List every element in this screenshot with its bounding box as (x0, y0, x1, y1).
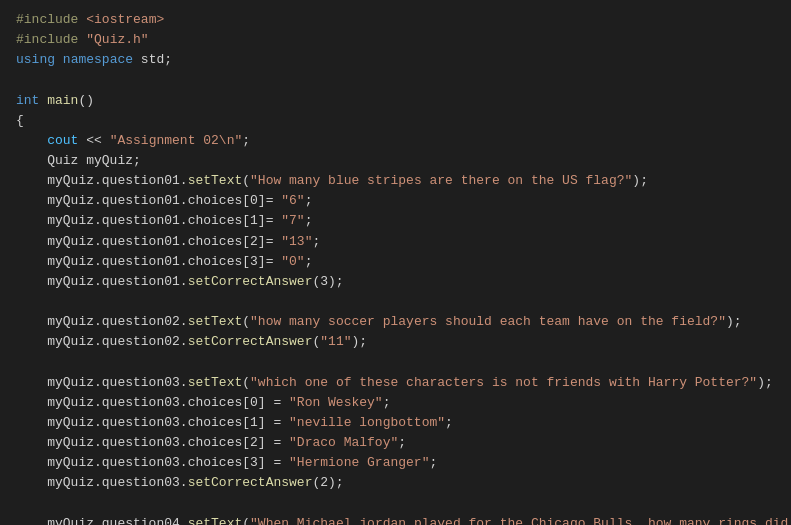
code-token: "How many blue stripes are there on the … (250, 173, 632, 188)
code-token: ; (242, 133, 250, 148)
code-token: myQuiz.question03.choices[2] = (16, 435, 289, 450)
code-line: myQuiz.question01.choices[2]= "13"; (16, 232, 775, 252)
code-token: main (47, 93, 78, 108)
code-token: int (16, 93, 39, 108)
code-token: ; (305, 254, 313, 269)
code-token: setText (188, 314, 243, 329)
code-line: myQuiz.question01.setCorrectAnswer(3); (16, 272, 775, 292)
code-token: setCorrectAnswer (188, 334, 313, 349)
code-token: ( (242, 314, 250, 329)
code-token: ( (242, 173, 250, 188)
code-token: ); (352, 334, 368, 349)
code-token: setText (188, 375, 243, 390)
code-line (16, 70, 775, 90)
code-token: "0" (281, 254, 304, 269)
code-token: Quiz myQuiz; (16, 153, 141, 168)
code-token: << (78, 133, 109, 148)
code-token: ; (383, 395, 391, 410)
code-token: myQuiz.question03. (16, 375, 188, 390)
code-token: "Assignment 02\n" (110, 133, 243, 148)
code-token: namespace (63, 52, 133, 67)
code-token: () (78, 93, 94, 108)
code-token: using (16, 52, 55, 67)
code-line (16, 352, 775, 372)
code-token: myQuiz.question01.choices[1]= (16, 213, 281, 228)
code-token: "which one of these characters is not fr… (250, 375, 757, 390)
code-token: ; (305, 213, 313, 228)
code-token: setCorrectAnswer (188, 475, 313, 490)
code-token: "Draco Malfoy" (289, 435, 398, 450)
code-token: (3); (312, 274, 343, 289)
code-line: myQuiz.question01.choices[3]= "0"; (16, 252, 775, 272)
code-line: using namespace std; (16, 50, 775, 70)
code-token: myQuiz.question04. (16, 516, 188, 525)
code-token: ); (757, 375, 773, 390)
code-token: ; (398, 435, 406, 450)
code-token: "7" (281, 213, 304, 228)
code-token: ; (445, 415, 453, 430)
code-token: myQuiz.question03.choices[3] = (16, 455, 289, 470)
code-token: cout (47, 133, 78, 148)
code-line: #include <iostream> (16, 10, 775, 30)
code-token: myQuiz.question03.choices[1] = (16, 415, 289, 430)
code-line: int main() (16, 91, 775, 111)
code-token: ; (305, 193, 313, 208)
code-token: { (16, 113, 24, 128)
code-token: "how many soccer players should each tea… (250, 314, 726, 329)
code-line (16, 292, 775, 312)
code-line (16, 493, 775, 513)
code-token: ; (312, 234, 320, 249)
code-token (55, 52, 63, 67)
code-token: "Ron Weskey" (289, 395, 383, 410)
code-token: "6" (281, 193, 304, 208)
code-token: #include (16, 32, 78, 47)
code-token: myQuiz.question01.choices[3]= (16, 254, 281, 269)
code-token: myQuiz.question01. (16, 274, 188, 289)
code-line: myQuiz.question02.setCorrectAnswer("11")… (16, 332, 775, 352)
code-line: myQuiz.question03.choices[2] = "Draco Ma… (16, 433, 775, 453)
code-line: myQuiz.question04.setText("When Michael … (16, 514, 775, 525)
code-token: (2); (312, 475, 343, 490)
code-line: myQuiz.question01.choices[1]= "7"; (16, 211, 775, 231)
code-line: myQuiz.question03.choices[3] = "Hermione… (16, 453, 775, 473)
code-token: myQuiz.question03. (16, 475, 188, 490)
code-line: myQuiz.question01.setText("How many blue… (16, 171, 775, 191)
code-token: myQuiz.question02. (16, 314, 188, 329)
code-line: myQuiz.question03.setText("which one of … (16, 373, 775, 393)
code-token: setText (188, 516, 243, 525)
code-line: Quiz myQuiz; (16, 151, 775, 171)
code-token: ( (242, 375, 250, 390)
code-token: "13" (281, 234, 312, 249)
code-token: <iostream> (86, 12, 164, 27)
code-line: cout << "Assignment 02\n"; (16, 131, 775, 151)
code-line: myQuiz.question02.setText("how many socc… (16, 312, 775, 332)
code-token: #include (16, 12, 78, 27)
code-token: "11" (320, 334, 351, 349)
code-line: { (16, 111, 775, 131)
code-token: ); (632, 173, 648, 188)
code-line: myQuiz.question03.choices[0] = "Ron Wesk… (16, 393, 775, 413)
code-token: myQuiz.question01.choices[0]= (16, 193, 281, 208)
code-token: myQuiz.question02. (16, 334, 188, 349)
code-token: "neville longbottom" (289, 415, 445, 430)
code-token: std; (133, 52, 172, 67)
code-token: setText (188, 173, 243, 188)
code-token: setCorrectAnswer (188, 274, 313, 289)
code-token: "Hermione Granger" (289, 455, 429, 470)
code-line: myQuiz.question03.setCorrectAnswer(2); (16, 473, 775, 493)
code-token: "When Michael jordan played for the Chic… (250, 516, 791, 525)
code-line: #include "Quiz.h" (16, 30, 775, 50)
code-token: myQuiz.question01.choices[2]= (16, 234, 281, 249)
code-token: ; (429, 455, 437, 470)
code-token (16, 133, 47, 148)
code-line: myQuiz.question01.choices[0]= "6"; (16, 191, 775, 211)
code-token: myQuiz.question01. (16, 173, 188, 188)
code-token: ); (726, 314, 742, 329)
code-line: myQuiz.question03.choices[1] = "neville … (16, 413, 775, 433)
code-editor: #include <iostream>#include "Quiz.h"usin… (16, 10, 775, 525)
code-token: "Quiz.h" (86, 32, 148, 47)
code-token: ( (242, 516, 250, 525)
code-token: myQuiz.question03.choices[0] = (16, 395, 289, 410)
